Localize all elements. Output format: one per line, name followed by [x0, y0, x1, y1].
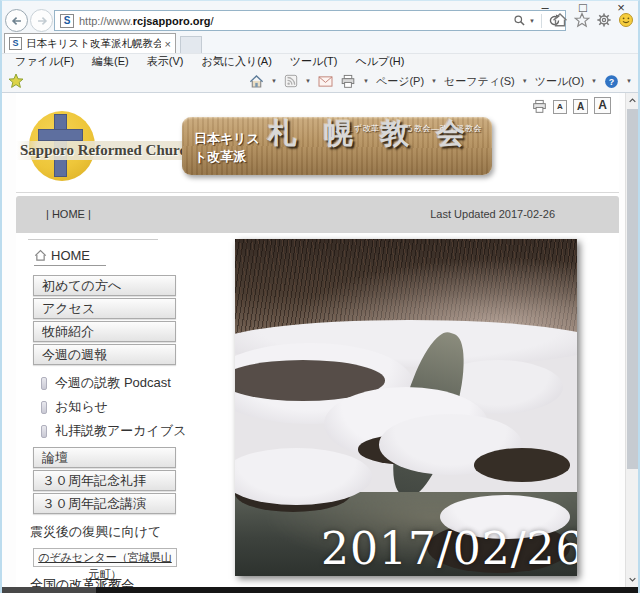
breadcrumb[interactable]: | HOME | [46, 208, 91, 220]
rocks [474, 448, 570, 482]
sidebar-button-pastor-intro[interactable]: 牧師紹介 [33, 321, 176, 342]
page-bar-icon [41, 377, 47, 390]
browser-titlebar: – □ × S http://www.rcjsapporo.org/ [2, 1, 638, 33]
back-arrow-icon [10, 14, 24, 28]
sidebar-home-label: HOME [51, 248, 90, 263]
menu-tools[interactable]: ツール(T) [281, 54, 347, 69]
divider [16, 192, 619, 193]
tools-menu[interactable]: ツール(O) [535, 74, 584, 89]
tab-strip: S 日本キリスト改革派札幌教会 × [2, 33, 638, 53]
menu-view[interactable]: 表示(V) [138, 54, 193, 69]
page-bar-icon [41, 425, 47, 438]
feedback-smiley-icon[interactable] [618, 12, 634, 28]
home-page-icon[interactable] [249, 74, 264, 89]
sidebar-link-rcj-churches[interactable]: 全国の改革派教会 [30, 576, 134, 587]
page-print-icon[interactable] [532, 99, 547, 114]
page-dropdown-caret[interactable]: ▼ [431, 78, 437, 84]
help-icon[interactable]: ? [604, 74, 619, 89]
divider [541, 14, 542, 28]
sidebar-external-links: 全国の改革派教会 耳で聞くサイト [30, 576, 206, 587]
browser-window: – □ × S http://www.rcjsapporo.org/ [0, 0, 640, 593]
church-logo-text: Sapporo Reformed Church [16, 141, 201, 160]
gear-icon[interactable] [596, 12, 612, 28]
forward-button[interactable] [30, 9, 53, 32]
back-button[interactable] [5, 9, 28, 32]
tab-favicon: S [9, 37, 22, 50]
page-menu[interactable]: ページ(P) [376, 74, 424, 89]
page-utility-buttons: A A A [532, 97, 611, 114]
sidebar-link-news[interactable]: お知らせ [41, 395, 206, 419]
search-icon[interactable] [513, 14, 526, 27]
page-content-card: A A A Sapporo Reformed Church 絶えず改革し続ける教… [16, 93, 619, 587]
page-bar-icon [41, 401, 47, 414]
safety-menu[interactable]: セーフティ(S) [444, 74, 515, 89]
address-bar[interactable]: S http://www.rcjsapporo.org/ ▼ [54, 10, 566, 31]
font-size-medium-button[interactable]: A [573, 99, 588, 114]
add-favorite-star-icon[interactable] [8, 73, 24, 89]
sidebar-link-sermon-archives[interactable]: 礼拝説教アーカイブス [41, 419, 206, 443]
forward-arrow-icon [35, 14, 49, 28]
status-band: | HOME | Last Updated 2017-02-26 [16, 196, 619, 233]
safety-dropdown-caret[interactable]: ▼ [522, 78, 528, 84]
sidebar-item-home[interactable]: HOME [34, 248, 106, 266]
sidebar-button-first-visit[interactable]: 初めての方へ [33, 275, 176, 296]
sidebar-section-heading: 震災後の復興に向けて [30, 523, 206, 541]
web-page: A A A Sapporo Reformed Church 絶えず改革し続ける教… [2, 93, 625, 587]
mail-icon[interactable] [318, 75, 333, 88]
sidebar-button-30th-lecture[interactable]: ３０周年記念講演 [33, 493, 176, 514]
scroll-down-icon[interactable] [626, 572, 639, 587]
sidebar-button-30th-worship[interactable]: ３０周年記念礼拝 [33, 470, 176, 491]
sidebar-nav: HOME 初めての方へ アクセス 牧師紹介 今週の週報 今週の説教 Podcas… [26, 239, 206, 587]
scrollbar-thumb[interactable] [627, 109, 638, 469]
font-size-large-button[interactable]: A [594, 97, 611, 114]
divider [28, 239, 158, 240]
browser-viewport: A A A Sapporo Reformed Church 絶えず改革し続ける教… [2, 93, 638, 587]
font-size-small-button[interactable]: A [553, 100, 567, 114]
url-text[interactable]: http://www.rcjsapporo.org/ [79, 15, 513, 27]
print-icon[interactable] [340, 74, 356, 89]
taskbar-edge [2, 587, 638, 593]
tab-close-icon[interactable]: × [165, 39, 171, 49]
vertical-scrollbar[interactable] [625, 93, 638, 587]
menu-edit[interactable]: 編集(E) [83, 54, 138, 69]
feed-icon[interactable] [284, 74, 298, 88]
taskbar-segment [2, 587, 96, 593]
tools-dropdown-caret[interactable]: ▼ [591, 78, 597, 84]
house-icon [34, 249, 47, 262]
sidebar-link-podcast[interactable]: 今週の説教 Podcast [41, 371, 206, 395]
menu-favorites[interactable]: お気に入り(A) [192, 54, 280, 69]
sidebar-nav-group-2: 論壇 ３０周年記念礼拝 ３０周年記念講演 [26, 447, 206, 514]
photo-date-overlay: 2017/02/26 [321, 523, 577, 574]
tab-active[interactable]: S 日本キリスト改革派札幌教会 × [4, 33, 176, 53]
sidebar-button-access[interactable]: アクセス [33, 298, 176, 319]
search-dropdown-caret[interactable]: ▼ [529, 18, 535, 24]
sign-denomination: 日本キリスト改革派 [194, 130, 260, 166]
home-dropdown-caret[interactable]: ▼ [271, 78, 277, 84]
cross-icon [38, 129, 83, 141]
scroll-up-icon[interactable] [626, 93, 639, 108]
favorites-star-icon[interactable] [574, 12, 590, 28]
menu-help[interactable]: ヘルプ(H) [346, 54, 413, 69]
sidebar-button-weekly-bulletin[interactable]: 今週の週報 [33, 344, 176, 365]
menu-file[interactable]: ファイル(F) [6, 54, 83, 69]
help-dropdown-caret[interactable]: ▼ [626, 78, 632, 84]
command-bar: ▼ ▼ ▼ ページ(P)▼ セーフティ(S)▼ ツール(O)▼ ? ▼ [2, 69, 638, 93]
sidebar-link-nozomi-center[interactable]: のぞみセンター（宮城県山元町） [33, 548, 177, 567]
site-favicon: S [60, 14, 74, 28]
print-dropdown-caret[interactable]: ▼ [363, 78, 369, 84]
sidebar-button-forum[interactable]: 論壇 [33, 447, 176, 468]
new-tab-button[interactable] [180, 36, 202, 53]
sidebar-sub-links: 今週の説教 Podcast お知らせ 礼拝説教アーカイブス [26, 371, 206, 443]
sign-church-name: 札幌教会 [268, 117, 492, 154]
tab-title: 日本キリスト改革派札幌教会 [26, 37, 161, 51]
svg-text:?: ? [609, 76, 614, 86]
last-updated-text: Last Updated 2017-02-26 [430, 208, 555, 220]
feed-dropdown-caret[interactable]: ▼ [305, 78, 311, 84]
church-sign-banner: 絶えず改革し続ける教会―改革派教会 日本キリスト改革派 札幌教会 [182, 117, 492, 175]
home-icon[interactable] [552, 12, 568, 28]
menu-bar: ファイル(F) 編集(E) 表示(V) お気に入り(A) ツール(T) ヘルプ(… [2, 53, 638, 69]
hero-photo-winter-river: 2017/02/26 [235, 239, 577, 576]
